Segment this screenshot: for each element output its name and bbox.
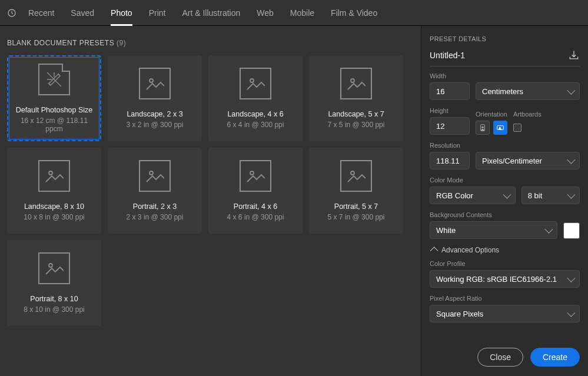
bit-depth-select[interactable]: 8 bit bbox=[521, 187, 580, 204]
width-input[interactable] bbox=[430, 82, 470, 100]
tab-recent[interactable]: Recent bbox=[22, 0, 60, 26]
tab-web[interactable]: Web bbox=[251, 0, 280, 26]
section-title-text: BLANK DOCUMENT PRESETS bbox=[7, 39, 114, 47]
preset-title: Portrait, 2 x 3 bbox=[133, 202, 177, 211]
svg-point-3 bbox=[351, 79, 354, 82]
color-mode-value: RGB Color bbox=[436, 191, 473, 200]
preset-title: Landscape, 4 x 6 bbox=[227, 110, 283, 118]
color-profile-select[interactable]: Working RGB: sRGB IEC61966-2.1 bbox=[430, 270, 580, 288]
chevron-down-icon bbox=[567, 309, 575, 317]
height-label: Height bbox=[430, 107, 470, 114]
color-mode-select[interactable]: RGB Color bbox=[430, 187, 516, 204]
artboards-label: Artboards bbox=[513, 111, 542, 118]
image-preset-icon bbox=[240, 160, 271, 192]
tab-label: Web bbox=[257, 8, 274, 18]
preset-card[interactable]: Portrait, 2 x 32 x 3 in @ 300 ppi bbox=[108, 148, 202, 234]
preset-subtitle: 7 x 5 in @ 300 ppi bbox=[328, 121, 385, 129]
svg-point-7 bbox=[351, 171, 354, 175]
image-preset-icon bbox=[139, 68, 171, 99]
preset-title: Landscape, 5 x 7 bbox=[328, 110, 384, 118]
preset-subtitle: 16 x 12 cm @ 118.11 ppcm bbox=[14, 117, 94, 133]
preset-grid: Default Photoshop Size16 x 12 cm @ 118.1… bbox=[7, 55, 414, 326]
chevron-down-icon bbox=[567, 156, 575, 164]
preset-card[interactable]: Default Photoshop Size16 x 12 cm @ 118.1… bbox=[7, 55, 101, 141]
width-unit-select[interactable]: Centimeters bbox=[476, 82, 580, 100]
svg-point-4 bbox=[49, 171, 52, 175]
preset-subtitle: 10 x 8 in @ 300 ppi bbox=[24, 213, 85, 221]
preset-title: Default Photoshop Size bbox=[16, 106, 93, 114]
preset-title: Landscape, 8 x 10 bbox=[24, 202, 84, 211]
preset-panel: BLANK DOCUMENT PRESETS (9) Default Photo… bbox=[0, 26, 421, 376]
background-color-swatch[interactable] bbox=[563, 222, 580, 239]
resolution-unit-value: Pixels/Centimeter bbox=[482, 157, 542, 165]
preset-card[interactable]: Portrait, 8 x 108 x 10 in @ 300 ppi bbox=[7, 240, 101, 326]
chevron-down-icon bbox=[503, 191, 511, 199]
tab-photo[interactable]: Photo bbox=[105, 0, 138, 26]
resolution-unit-select[interactable]: Pixels/Centimeter bbox=[476, 152, 580, 169]
close-button[interactable]: Close bbox=[477, 348, 523, 367]
tab-saved[interactable]: Saved bbox=[65, 0, 100, 26]
svg-point-8 bbox=[49, 264, 52, 267]
preset-details-panel: PRESET DETAILS Width Centimeters Height … bbox=[421, 26, 588, 376]
tab-print[interactable]: Print bbox=[143, 0, 172, 26]
chevron-down-icon bbox=[567, 191, 575, 199]
preset-card[interactable]: Landscape, 8 x 1010 x 8 in @ 300 ppi bbox=[7, 148, 101, 234]
height-input[interactable] bbox=[430, 117, 470, 135]
close-label: Close bbox=[490, 352, 511, 362]
preset-card[interactable]: Landscape, 5 x 77 x 5 in @ 300 ppi bbox=[309, 55, 403, 141]
orientation-landscape-button[interactable] bbox=[493, 121, 507, 135]
background-contents-label: Background Contents bbox=[430, 211, 580, 218]
preset-subtitle: 6 x 4 in @ 300 ppi bbox=[227, 121, 284, 129]
resolution-input[interactable] bbox=[430, 152, 470, 169]
tab-label: Mobile bbox=[290, 8, 314, 18]
svg-point-10 bbox=[481, 127, 483, 128]
svg-point-2 bbox=[250, 79, 254, 82]
preset-subtitle: 3 x 2 in @ 300 ppi bbox=[127, 121, 184, 129]
pixel-aspect-ratio-select[interactable]: Square Pixels bbox=[430, 305, 580, 322]
tab-label: Photo bbox=[111, 8, 132, 18]
preset-subtitle: 5 x 7 in @ 300 ppi bbox=[328, 213, 385, 221]
create-button[interactable]: Create bbox=[530, 348, 580, 367]
preset-details-header: PRESET DETAILS bbox=[430, 35, 580, 42]
category-tabs: Recent Saved Photo Print Art & Illustrat… bbox=[0, 0, 588, 26]
section-title: BLANK DOCUMENT PRESETS (9) bbox=[7, 39, 414, 47]
chevron-down-icon bbox=[567, 274, 575, 282]
tab-art-illustration[interactable]: Art & Illustration bbox=[176, 0, 246, 26]
save-preset-icon[interactable] bbox=[568, 49, 580, 61]
preset-card[interactable]: Landscape, 2 x 33 x 2 in @ 300 ppi bbox=[108, 55, 202, 141]
image-preset-icon bbox=[38, 160, 70, 192]
resolution-label: Resolution bbox=[430, 142, 580, 149]
preset-card[interactable]: Portrait, 5 x 75 x 7 in @ 300 ppi bbox=[309, 148, 403, 234]
default-preset-icon bbox=[38, 64, 70, 95]
tab-mobile[interactable]: Mobile bbox=[284, 0, 320, 26]
preset-card[interactable]: Portrait, 4 x 64 x 6 in @ 300 ppi bbox=[208, 148, 303, 234]
document-name-input[interactable] bbox=[430, 48, 563, 62]
chevron-down-icon bbox=[544, 225, 553, 234]
bit-depth-value: 8 bit bbox=[528, 191, 543, 200]
width-unit-value: Centimeters bbox=[482, 87, 523, 96]
preset-title: Portrait, 4 x 6 bbox=[234, 202, 277, 211]
artboards-checkbox[interactable] bbox=[513, 124, 521, 132]
preset-title: Portrait, 5 x 7 bbox=[334, 202, 378, 211]
preset-title: Landscape, 2 x 3 bbox=[127, 110, 182, 118]
image-preset-icon bbox=[240, 68, 271, 99]
image-preset-icon bbox=[340, 160, 372, 192]
svg-point-1 bbox=[150, 79, 153, 82]
preset-card[interactable]: Landscape, 4 x 66 x 4 in @ 300 ppi bbox=[208, 55, 303, 141]
image-preset-icon bbox=[340, 68, 372, 99]
section-count: (9) bbox=[117, 39, 126, 47]
width-label: Width bbox=[430, 72, 580, 79]
image-preset-icon bbox=[38, 252, 70, 284]
advanced-options-toggle[interactable]: Advanced Options bbox=[430, 246, 580, 254]
tab-label: Art & Illustration bbox=[182, 8, 240, 18]
orientation-portrait-button[interactable] bbox=[476, 121, 490, 135]
chevron-down-icon bbox=[567, 86, 575, 95]
pixel-aspect-ratio-label: Pixel Aspect Ratio bbox=[430, 295, 580, 302]
color-mode-label: Color Mode bbox=[430, 177, 580, 184]
tab-film-video[interactable]: Film & Video bbox=[325, 0, 383, 26]
preset-title: Portrait, 8 x 10 bbox=[30, 295, 78, 303]
preset-subtitle: 2 x 3 in @ 300 ppi bbox=[127, 213, 184, 221]
background-contents-select[interactable]: White bbox=[430, 221, 557, 239]
advanced-options-label: Advanced Options bbox=[441, 246, 499, 254]
tab-label: Print bbox=[149, 8, 166, 18]
